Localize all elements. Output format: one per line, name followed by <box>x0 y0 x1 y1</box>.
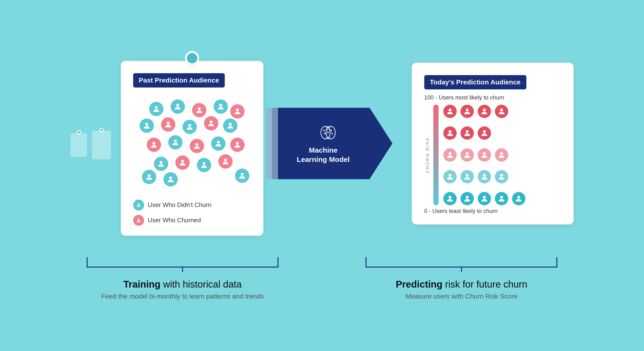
svg-point-15 <box>160 161 162 164</box>
svg-point-61 <box>517 196 520 199</box>
svg-point-55 <box>483 174 486 177</box>
svg-point-17 <box>202 162 206 165</box>
cluster-user-teal <box>211 136 226 151</box>
svg-point-42 <box>448 108 452 111</box>
today-user-1-1 <box>460 126 474 140</box>
svg-point-8 <box>210 120 212 123</box>
users-cluster <box>135 97 249 188</box>
svg-line-38 <box>325 133 328 134</box>
cluster-user-teal <box>170 99 185 114</box>
svg-line-39 <box>328 130 331 133</box>
svg-point-53 <box>448 174 452 177</box>
cluster-user-pink <box>161 117 176 132</box>
svg-point-21 <box>241 173 244 176</box>
cluster-user-teal <box>154 157 168 171</box>
svg-point-0 <box>155 106 158 109</box>
legend: User Who Didn't Churn User Who Churned <box>133 200 251 226</box>
svg-point-10 <box>152 142 155 145</box>
mini-clipboard-2 <box>92 128 111 159</box>
svg-point-44 <box>483 108 486 111</box>
svg-point-3 <box>219 104 222 107</box>
today-user-4-2 <box>478 192 491 205</box>
ml-arrow-container: Machine Learning Model <box>278 105 397 182</box>
today-row-1 <box>443 126 561 140</box>
cluster-user-teal <box>214 99 228 114</box>
today-grid-area: CHURN RISK <box>424 105 561 205</box>
right-text-block: Predicting risk for future churn Measure… <box>396 279 527 300</box>
svg-point-57 <box>448 196 452 199</box>
mini-clipboards <box>70 128 111 159</box>
svg-point-43 <box>466 108 468 111</box>
svg-point-9 <box>229 123 232 126</box>
svg-point-48 <box>483 130 486 133</box>
past-clipboard-body: Past Prediction Audience <box>120 60 264 236</box>
today-user-2-0 <box>443 148 457 162</box>
svg-point-46 <box>448 130 452 133</box>
today-user-0-1 <box>460 105 474 118</box>
cluster-user-teal <box>149 102 164 116</box>
svg-point-22 <box>138 203 139 205</box>
today-badge: Today's Prediction Audience <box>424 75 526 89</box>
right-bracket-svg <box>354 255 569 272</box>
svg-point-13 <box>217 141 220 144</box>
today-user-2-1 <box>460 148 474 162</box>
ml-model-label: Machine Learning Model <box>297 145 359 164</box>
cluster-user-pink <box>230 104 244 118</box>
today-row-2 <box>443 148 561 162</box>
today-clipboard: Today's Prediction Audience 100 - Users … <box>412 62 574 225</box>
svg-line-41 <box>331 130 332 134</box>
today-user-3-2 <box>478 170 491 183</box>
today-user-2-2 <box>478 148 491 162</box>
ml-arrow-main: Machine Learning Model <box>278 108 392 179</box>
svg-point-5 <box>145 123 148 126</box>
cluster-user-teal <box>142 170 156 184</box>
today-user-3-0 <box>443 170 457 183</box>
cluster-user-pink <box>147 138 161 152</box>
legend-no-churn-label: User Who Didn't Churn <box>148 201 212 209</box>
cluster-user-teal <box>223 118 238 133</box>
brain-icon <box>317 123 339 142</box>
bottom-section: Training with historical data Feed the m… <box>24 255 620 300</box>
cluster-user-teal <box>235 169 249 183</box>
cluster-user-teal <box>140 118 154 133</box>
today-user-1-2 <box>478 126 491 140</box>
svg-point-23 <box>138 218 139 220</box>
legend-churned-label: User Who Churned <box>148 217 201 224</box>
svg-point-50 <box>466 152 468 155</box>
today-user-0-3 <box>495 105 508 118</box>
cluster-user-teal <box>168 135 182 149</box>
svg-point-12 <box>196 143 198 146</box>
legend-churned: User Who Churned <box>133 215 251 226</box>
today-top-label: 100 - Users most likely to churn <box>424 94 561 101</box>
today-user-0-0 <box>443 105 457 118</box>
svg-point-54 <box>466 174 468 177</box>
today-bottom-label: 0 - Users least likely to churn <box>424 208 561 214</box>
churn-risk-label: CHURN RISK <box>425 137 430 173</box>
today-row-3 <box>443 170 561 183</box>
svg-point-7 <box>188 124 191 127</box>
svg-point-6 <box>167 122 170 124</box>
left-title: Training with historical data <box>101 279 264 290</box>
cluster-user-pink <box>176 155 190 170</box>
svg-point-25 <box>326 126 335 139</box>
svg-point-1 <box>176 104 179 107</box>
left-bracket-svg <box>75 255 290 272</box>
svg-point-60 <box>500 196 503 199</box>
left-subtitle: Feed the model bi-monthly to learn patte… <box>101 293 264 300</box>
today-row-0 <box>443 105 561 118</box>
cluster-user-pink <box>218 154 233 169</box>
svg-point-49 <box>448 152 452 155</box>
svg-point-2 <box>198 107 201 110</box>
today-user-4-3 <box>495 192 508 205</box>
svg-point-4 <box>236 108 239 111</box>
cluster-user-teal <box>182 120 197 134</box>
cluster-user-pink <box>230 138 244 152</box>
svg-point-59 <box>483 196 486 199</box>
left-bracket-area: Training with historical data Feed the m… <box>43 255 322 300</box>
mini-clip-handle-1 <box>76 130 81 134</box>
svg-point-45 <box>500 108 503 111</box>
today-row-4 <box>443 192 561 205</box>
svg-point-14 <box>236 142 239 145</box>
right-title: Predicting risk for future churn <box>396 279 527 290</box>
cluster-user-pink <box>204 116 218 130</box>
